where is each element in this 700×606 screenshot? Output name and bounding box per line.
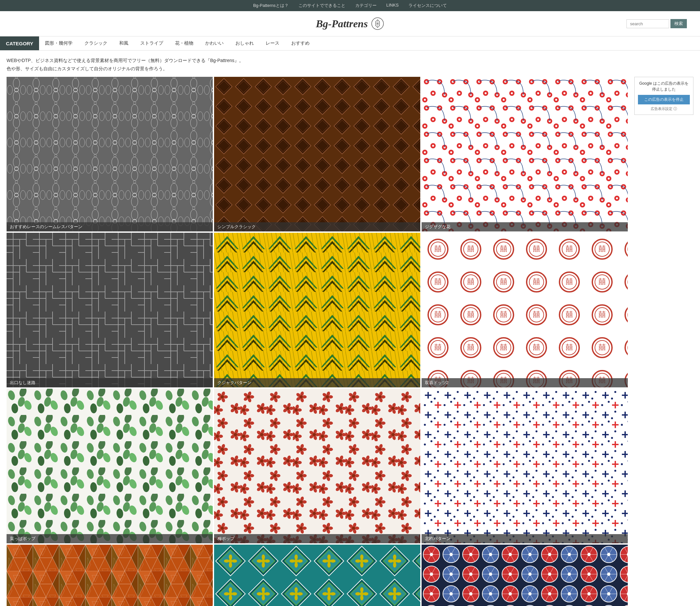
catnav-item-クラシック[interactable]: クラシック [78, 37, 113, 50]
search-input[interactable] [627, 19, 669, 28]
ad-box: Google はこの広告の表示を停止しました この広告の表示を停止 広告表示設定… [634, 77, 694, 115]
pattern-item-p7[interactable]: 葉っぱポップ [6, 389, 213, 543]
pattern-item-p2[interactable]: シンプルクラシック [214, 77, 420, 231]
svg-rect-47 [6, 389, 213, 543]
main-content: おすすめレースのシームレスパターンシンプルクラシックジグザグな花出口なし迷路クジ… [0, 77, 700, 606]
topnav-item-features[interactable]: このサイトでできること [299, 3, 345, 8]
pattern-item-p11[interactable]: ジャポニズム [214, 544, 420, 606]
pattern-visual-p7 [6, 389, 213, 543]
pattern-item-p12[interactable]: アンブレラ [422, 544, 628, 606]
ad-message: Google はこの広告の表示を停止しました [638, 80, 690, 92]
catnav-item-和風[interactable]: 和風 [113, 37, 134, 50]
pattern-visual-p10 [6, 544, 213, 606]
catnav-item-おしゃれ[interactable]: おしゃれ [230, 37, 260, 50]
catnav-item-図形・幾何学[interactable]: 図形・幾何学 [39, 37, 78, 50]
topnav-item-links[interactable]: LINKS [387, 3, 399, 8]
description-area: WEBやDTP、ビジネス資料などで使える背景素材を商用可でフリー（無料）ダウンロ… [0, 50, 700, 77]
catnav-item-おすすめ[interactable]: おすすめ [285, 37, 316, 50]
pattern-visual-p8 [214, 389, 420, 543]
description-line1: WEBやDTP、ビジネス資料などで使える背景素材を商用可でフリー（無料）ダウンロ… [6, 56, 694, 65]
svg-rect-94 [214, 544, 420, 606]
pattern-label-p9: 北欧パターン [422, 534, 628, 543]
topnav-item-about[interactable]: Bg-Patternsとは？ [253, 3, 288, 8]
pattern-item-p8[interactable]: 梅ポップ [214, 389, 420, 543]
pattern-label-p1: おすすめレースのシームレスパターン [6, 222, 213, 231]
pattern-label-p4: 出口なし迷路 [6, 378, 213, 387]
pattern-item-p1[interactable]: おすすめレースのシームレスパターン [6, 77, 213, 231]
pattern-label-p7: 葉っぱポップ [6, 534, 213, 543]
top-navigation: Bg-Patternsとは？このサイトでできることカテゴリーLINKSライセンス… [0, 0, 700, 11]
pattern-item-p3[interactable]: ジグザグな花 [422, 77, 628, 231]
svg-rect-37 [214, 233, 420, 387]
logo-icon [371, 17, 384, 30]
catnav-item-レース[interactable]: レース [260, 37, 285, 50]
pattern-visual-p3 [422, 77, 628, 231]
svg-rect-66 [214, 389, 420, 543]
pattern-visual-p12 [422, 544, 628, 606]
pattern-visual-p11 [214, 544, 420, 606]
svg-rect-75 [422, 389, 628, 543]
description-line2: 色や形、サイズも自由にカスタマイズして自分のオリジナルの背景を作ろう。 [6, 65, 694, 73]
site-header: Bg-Pattrens 検索 [0, 11, 700, 36]
pattern-visual-p6: 囍 [422, 233, 628, 387]
pattern-grid: おすすめレースのシームレスパターンシンプルクラシックジグザグな花出口なし迷路クジ… [6, 77, 628, 606]
topnav-item-categories[interactable]: カテゴリー [355, 3, 377, 8]
ad-settings-link[interactable]: 広告表示設定 ⓘ [638, 107, 690, 111]
pattern-item-p9[interactable]: 北欧パターン [422, 389, 628, 543]
catnav-item-かわいい[interactable]: かわいい [199, 37, 230, 50]
search-area: 検索 [627, 19, 687, 28]
svg-rect-16 [214, 77, 420, 231]
pattern-label-p3: ジグザグな花 [422, 222, 628, 231]
category-navigation: CATEGORY図形・幾何学クラシック和風ストライプ花・植物かわいいおしゃれレー… [0, 36, 700, 50]
svg-rect-127 [422, 544, 628, 606]
ad-stop-button[interactable]: この広告の表示を停止 [638, 95, 690, 104]
svg-rect-28 [6, 233, 213, 387]
pattern-label-p2: シンプルクラシック [214, 222, 420, 231]
pattern-label-p6: 双喜ドッツ2 [422, 378, 628, 387]
logo-area[interactable]: Bg-Pattrens [316, 17, 384, 30]
pattern-visual-p2 [214, 77, 420, 231]
pattern-item-p4[interactable]: 出口なし迷路 [6, 233, 213, 387]
svg-rect-86 [6, 544, 213, 606]
pattern-visual-p5 [214, 233, 420, 387]
logo-text: Bg-Pattrens [316, 18, 368, 30]
pattern-label-p5: クジャクパターン [214, 378, 420, 387]
pattern-item-p6[interactable]: 囍双喜ドッツ2 [422, 233, 628, 387]
pattern-label-p8: 梅ポップ [214, 534, 420, 543]
catnav-item-花・植物[interactable]: 花・植物 [169, 37, 199, 50]
svg-rect-27 [422, 77, 628, 231]
catnav-item-ストライプ[interactable]: ストライプ [134, 37, 169, 50]
topnav-item-license[interactable]: ライセンスについて [409, 3, 447, 8]
search-button[interactable]: 検索 [671, 19, 687, 28]
pattern-visual-p4 [6, 233, 213, 387]
sidebar: Google はこの広告の表示を停止しました この広告の表示を停止 広告表示設定… [634, 77, 694, 606]
pattern-item-p5[interactable]: クジャクパターン [214, 233, 420, 387]
pattern-visual-p9 [422, 389, 628, 543]
svg-rect-41 [422, 233, 628, 387]
pattern-item-p10[interactable]: 三又カラー [6, 544, 213, 606]
svg-rect-13 [6, 77, 213, 231]
pattern-visual-p1 [6, 77, 213, 231]
catnav-item-CATEGORY[interactable]: CATEGORY [0, 37, 39, 50]
